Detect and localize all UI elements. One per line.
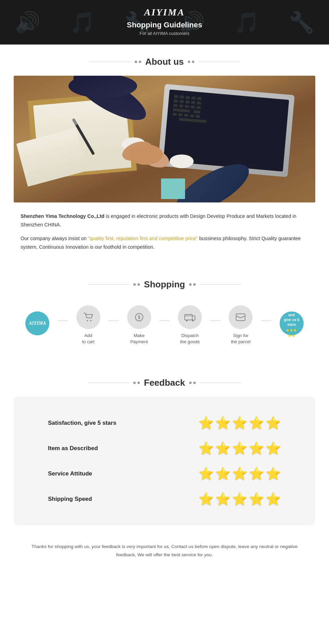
feedback-section: Feedback Satisfaction, give 5 stars ⭐ ⭐ … [0, 377, 329, 525]
star-1: ⭐ [198, 467, 214, 481]
star-2: ⭐ [215, 467, 231, 481]
divider-dots-left [133, 382, 140, 384]
aiyima-brand-label: AIYIMA [29, 321, 46, 326]
divider-dot [137, 283, 140, 286]
star-1: ⭐ [198, 416, 214, 430]
divider-dots-right [189, 283, 196, 286]
header: 🔊🎵🔧🔊🎵🔧 AIYIMA Shopping Guidelines For al… [0, 0, 329, 45]
about-description-1: Shenzhen Yima Technology Co.,Ltd is enga… [14, 212, 315, 229]
star-2: ⭐ [215, 416, 231, 430]
feedback-row-described: Item as Described ⭐ ⭐ ⭐ ⭐ ⭐ [34, 436, 295, 461]
star-1: ⭐ [198, 441, 214, 456]
divider-dots-left [133, 283, 140, 286]
feedback-card: Satisfaction, give 5 stars ⭐ ⭐ ⭐ ⭐ ⭐ Ite… [14, 397, 315, 525]
flow-connector-4 [210, 320, 220, 321]
star-3: ⭐ [232, 441, 247, 456]
star-5: ⭐ [266, 467, 281, 481]
about-text-prefix: Our company always insist on [21, 236, 88, 241]
divider-dot [189, 283, 192, 286]
star-3: ⭐ [232, 492, 247, 506]
shopping-flow: AIYIMA Addto cart $ [14, 298, 315, 355]
svg-rect-12 [174, 95, 179, 98]
svg-rect-17 [174, 99, 178, 102]
svg-rect-33 [196, 115, 200, 118]
flow-step-dispatch: Dispatchthe goods [170, 305, 210, 345]
aiyima-icon: AIYIMA [25, 311, 49, 335]
star-1: ⭐ [198, 492, 214, 506]
dispatch-icon [178, 305, 202, 329]
feedback-row-satisfaction: Satisfaction, give 5 stars ⭐ ⭐ ⭐ ⭐ ⭐ [34, 410, 295, 436]
star-3: ⭐ [232, 467, 247, 481]
svg-rect-51 [192, 316, 195, 320]
svg-rect-16 [197, 97, 202, 100]
about-quote: "quality first, reputation first and com… [88, 236, 198, 241]
stars-satisfaction: ⭐ ⭐ ⭐ ⭐ ⭐ [198, 416, 281, 430]
feedback-label-service: Service Attitude [48, 470, 92, 477]
footer-text: Thanks for shopping with us, your feedba… [0, 536, 329, 573]
flow-connector-2 [109, 320, 119, 321]
company-name: Shenzhen Yima Technology Co.,Ltd [21, 213, 105, 219]
svg-rect-18 [180, 100, 184, 103]
divider-line-right [200, 383, 241, 383]
divider-dot [137, 382, 140, 384]
svg-point-40 [170, 154, 194, 168]
svg-rect-55 [236, 314, 245, 321]
divider-line-right [200, 284, 241, 285]
feedback-label-shipping: Shipping Speed [48, 496, 92, 503]
flow-connector-3 [159, 320, 170, 321]
svg-rect-50 [185, 314, 192, 320]
flow-connector-5 [261, 320, 271, 321]
divider-dot [189, 382, 192, 384]
sign-flow-label: Sign forthe parcel [231, 333, 251, 345]
flow-step-payment: $ MakePayment [119, 305, 159, 345]
svg-point-46 [87, 320, 88, 321]
divider-dot [188, 61, 190, 63]
divider-dot [193, 283, 196, 286]
star-5: ⭐ [266, 416, 281, 430]
about-divider: About us [14, 57, 315, 67]
star-2: ⭐ [215, 492, 231, 506]
divider-dot [192, 61, 194, 63]
svg-rect-26 [196, 106, 201, 109]
svg-point-47 [90, 320, 92, 321]
divider-line-left [88, 284, 129, 285]
star-3: ⭐ [232, 416, 247, 430]
header-subtitle: For all AIYIMA customers [0, 31, 329, 36]
divider-dot [139, 61, 141, 63]
star-5: ⭐ [266, 441, 281, 456]
star-4: ⭐ [249, 416, 264, 430]
svg-rect-30 [178, 113, 183, 116]
svg-rect-45 [161, 178, 185, 199]
confirm-label: Confirm andgive us 5 stars [281, 308, 302, 327]
feedback-row-shipping: Shipping Speed ⭐ ⭐ ⭐ ⭐ ⭐ [34, 486, 295, 512]
payment-icon: $ [127, 305, 151, 329]
svg-point-54 [192, 320, 194, 321]
star-5: ⭐ [266, 492, 281, 506]
about-image [14, 76, 315, 202]
flow-step-aiyima: AIYIMA [17, 311, 58, 339]
svg-rect-23 [179, 104, 183, 108]
flow-connector-1 [58, 320, 68, 321]
svg-rect-15 [192, 97, 196, 100]
svg-rect-19 [185, 100, 190, 103]
svg-rect-25 [191, 106, 195, 109]
flow-step-cart: Addto cart [68, 305, 108, 345]
feedback-label-satisfaction: Satisfaction, give 5 stars [48, 420, 116, 426]
star-4: ⭐ [249, 492, 264, 506]
divider-dots-right [189, 382, 196, 384]
svg-rect-24 [185, 105, 189, 108]
divider-line-right [198, 62, 240, 62]
svg-point-53 [186, 320, 188, 321]
svg-rect-13 [180, 96, 184, 99]
divider-dots-right [188, 61, 194, 63]
dispatch-flow-label: Dispatchthe goods [180, 333, 200, 345]
shopping-divider: Shopping [14, 279, 315, 290]
star-2: ⭐ [215, 441, 231, 456]
svg-rect-21 [197, 101, 201, 104]
stars-service: ⭐ ⭐ ⭐ ⭐ ⭐ [198, 467, 281, 481]
feedback-row-service: Service Attitude ⭐ ⭐ ⭐ ⭐ ⭐ [34, 461, 295, 486]
sign-icon [229, 305, 253, 329]
flow-step-confirm: Confirm andgive us 5 stars ★★★★★ [271, 311, 312, 339]
svg-rect-20 [191, 101, 195, 104]
svg-text:$: $ [138, 314, 141, 320]
